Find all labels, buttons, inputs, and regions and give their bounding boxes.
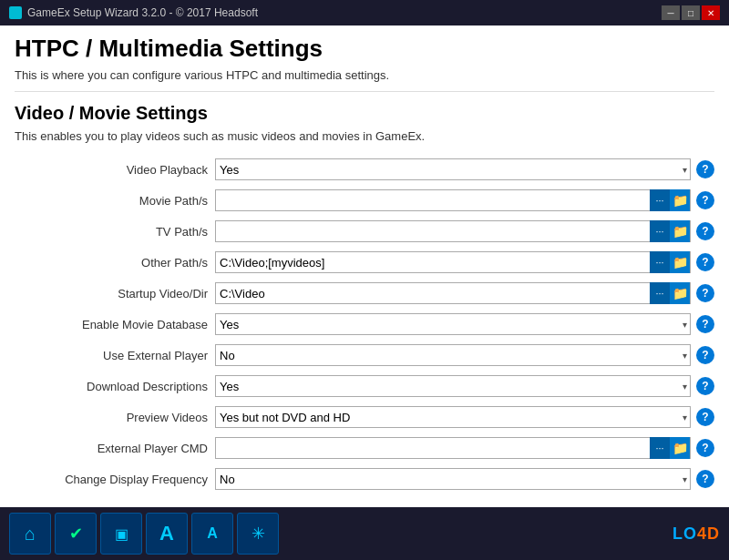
input-wrapper-tv-paths: ··· 📁 [215,220,691,242]
select-external-player[interactable]: NoYes [215,344,691,366]
setting-row-preview-videos: Preview Videos Yes but not DVD and HDYes… [15,403,714,431]
input-wrapper-startup-video: ··· 📁 [215,282,691,304]
control-external-player: NoYes ▾ ? [215,344,714,366]
toolbar-right: LO4D [673,524,720,544]
folder-button-player-cmd[interactable]: 📁 [670,437,690,459]
input-player-cmd[interactable] [216,438,650,458]
control-player-cmd: ··· 📁 ? [215,437,714,459]
bottom-toolbar: ⌂ ✔ ▣ A A ✳ LO4D [0,507,729,560]
help-button-movie-paths[interactable]: ? [696,191,714,209]
setting-row-movie-db: Enable Movie Database YesNo ▾ ? [15,311,714,338]
settings-grid: Video Playback YesNo ▾ ? Movie Path/s [15,156,714,493]
setting-row-startup-video: Startup Video/Dir ··· 📁 ? [15,280,714,307]
label-display-freq: Change Display Frequency [15,473,215,486]
toolbar-left: ⌂ ✔ ▣ A A ✳ [9,513,279,555]
content-area: HTPC / Multimedia Settings This is where… [0,25,729,507]
folder-button-tv-paths[interactable]: 📁 [670,220,690,242]
dots-button-startup-video[interactable]: ··· [650,282,670,304]
setting-row-external-player: Use External Player NoYes ▾ ? [15,341,714,369]
app-icon [9,6,22,19]
select-display-freq[interactable]: NoYes [215,468,691,490]
help-button-tv-paths[interactable]: ? [696,222,714,240]
dots-button-movie-paths[interactable]: ··· [650,189,670,211]
label-startup-video: Startup Video/Dir [15,287,215,300]
select-wrapper-display-freq: NoYes ▾ [215,468,691,490]
input-wrapper-movie-paths: ··· 📁 [215,189,691,211]
setting-row-download-desc: Download Descriptions YesNo ▾ ? [15,372,714,400]
help-button-player-cmd[interactable]: ? [696,439,714,457]
select-download-desc[interactable]: YesNo [215,375,691,397]
help-button-preview-videos[interactable]: ? [696,408,714,426]
section-description: This enables you to play videos such as … [15,129,714,143]
page-description: This is where you can configure various … [15,68,714,92]
control-tv-paths: ··· 📁 ? [215,220,714,242]
label-movie-db: Enable Movie Database [15,318,215,331]
help-button-other-paths[interactable]: ? [696,253,714,271]
setting-row-tv-paths: TV Path/s ··· 📁 ? [15,218,714,245]
help-button-movie-db[interactable]: ? [696,315,714,333]
dots-button-player-cmd[interactable]: ··· [650,437,670,459]
page-title: HTPC / Multimedia Settings [15,35,714,63]
main-content: HTPC / Multimedia Settings This is where… [0,25,729,560]
dots-button-other-paths[interactable]: ··· [650,251,670,273]
select-video-playback[interactable]: YesNo [215,158,691,180]
select-preview-videos[interactable]: Yes but not DVD and HDYesNo [215,406,691,428]
label-player-cmd: External Player CMD [15,442,215,455]
setting-row-display-freq: Change Display Frequency NoYes ▾ ? [15,465,714,493]
dots-button-tv-paths[interactable]: ··· [650,220,670,242]
title-bar-text: GameEx Setup Wizard 3.2.0 - © 2017 Heads… [27,6,258,19]
maximize-button[interactable]: □ [682,5,700,20]
folder-button-startup-video[interactable]: 📁 [670,282,690,304]
control-movie-db: YesNo ▾ ? [215,313,714,335]
setting-row-player-cmd: External Player CMD ··· 📁 ? [15,434,714,462]
input-tv-paths[interactable] [216,221,650,241]
section-title: Video / Movie Settings [15,103,714,124]
label-other-paths: Other Path/s [15,256,215,270]
select-movie-db[interactable]: YesNo [215,313,691,335]
label-tv-paths: TV Path/s [15,225,215,239]
font-large-button[interactable]: A [146,513,188,555]
title-bar: GameEx Setup Wizard 3.2.0 - © 2017 Heads… [0,0,729,25]
title-bar-left: GameEx Setup Wizard 3.2.0 - © 2017 Heads… [9,6,258,19]
home-button[interactable]: ⌂ [9,513,51,555]
special-button[interactable]: ✳ [237,513,279,555]
select-wrapper-preview-videos: Yes but not DVD and HDYesNo ▾ [215,406,691,428]
watermark-suffix: 4D [697,524,720,543]
folder-button-movie-paths[interactable]: 📁 [670,189,690,211]
select-wrapper-download-desc: YesNo ▾ [215,375,691,397]
minimize-button[interactable]: ─ [662,5,680,20]
accept-button[interactable]: ✔ [55,513,97,555]
control-movie-paths: ··· 📁 ? [215,189,714,211]
watermark-prefix: LO [673,524,697,543]
pages-button[interactable]: ▣ [100,513,142,555]
control-preview-videos: Yes but not DVD and HDYesNo ▾ ? [215,406,714,428]
input-other-paths[interactable] [216,252,650,272]
input-movie-paths[interactable] [216,190,650,210]
label-download-desc: Download Descriptions [15,380,215,393]
input-startup-video[interactable] [216,283,650,303]
title-bar-controls[interactable]: ─ □ ✕ [662,5,720,20]
close-button[interactable]: ✕ [702,5,720,20]
input-wrapper-player-cmd: ··· 📁 [215,437,691,459]
control-other-paths: ··· 📁 ? [215,251,714,273]
control-display-freq: NoYes ▾ ? [215,468,714,490]
select-wrapper-movie-db: YesNo ▾ [215,313,691,335]
help-button-video-playback[interactable]: ? [696,160,714,178]
select-wrapper-video-playback: YesNo ▾ [215,158,691,180]
label-external-player: Use External Player [15,349,215,362]
control-startup-video: ··· 📁 ? [215,282,714,304]
help-button-startup-video[interactable]: ? [696,284,714,302]
label-preview-videos: Preview Videos [15,411,215,424]
label-movie-paths: Movie Path/s [15,194,215,208]
control-video-playback: YesNo ▾ ? [215,158,714,180]
help-button-display-freq[interactable]: ? [696,470,714,488]
input-wrapper-other-paths: ··· 📁 [215,251,691,273]
setting-row-other-paths: Other Path/s ··· 📁 ? [15,249,714,276]
setting-row-video-playback: Video Playback YesNo ▾ ? [15,156,714,183]
select-wrapper-external-player: NoYes ▾ [215,344,691,366]
folder-button-other-paths[interactable]: 📁 [670,251,690,273]
help-button-external-player[interactable]: ? [696,346,714,364]
label-video-playback: Video Playback [15,163,215,177]
help-button-download-desc[interactable]: ? [696,377,714,395]
font-small-button[interactable]: A [191,513,233,555]
